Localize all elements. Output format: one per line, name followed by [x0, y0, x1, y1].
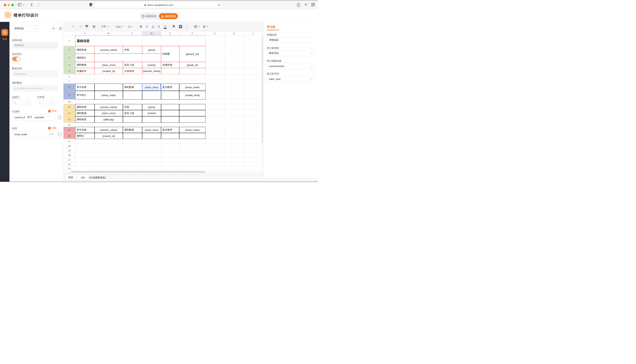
row-header-21[interactable]: 21 — [64, 158, 75, 162]
cell-F2:F3[interactable]: {picture_url} — [179, 46, 205, 62]
solid-cell-F16[interactable] — [179, 133, 205, 139]
cell-A16[interactable]: 课程ID — [75, 133, 95, 139]
stepper-up-icon[interactable]: ▲ — [50, 100, 55, 102]
cell-C5[interactable]: 主讲老师 — [123, 68, 142, 74]
font-size-dropdown[interactable]: 10 — [128, 22, 133, 31]
column-header-I[interactable]: I — [244, 31, 262, 36]
cell-F9[interactable]: {create_time} — [179, 91, 205, 100]
filter-rule-item[interactable]: course_id 等于 courseId — [12, 114, 56, 120]
tab-basic-info[interactable]: 基础信息 — [139, 12, 159, 20]
solid-cell-E16[interactable] — [161, 133, 179, 139]
back-icon[interactable] — [31, 3, 33, 6]
solid-cell-D9[interactable] — [142, 91, 161, 100]
cell-A2[interactable]: 课程名称 — [75, 46, 95, 54]
cell-F4[interactable]: {grade_id} — [179, 62, 205, 68]
copy-paragraph-button[interactable] — [58, 26, 64, 31]
column-header-F[interactable]: F — [179, 31, 205, 36]
paragraph-select[interactable]: 详情信息 — [12, 25, 39, 32]
cell-C2[interactable]: 价格 — [123, 46, 142, 54]
cell-E8[interactable]: 显示顺序 — [161, 84, 179, 91]
italic-icon[interactable]: I — [146, 22, 147, 31]
row-header-1[interactable]: 1 — [64, 36, 75, 46]
cell-D11[interactable]: {price} — [142, 104, 161, 110]
owning-paragraph-input[interactable]: 详情信息 — [267, 37, 314, 43]
row-header-20[interactable]: 20 — [64, 153, 75, 158]
row-header-14[interactable]: 14 — [64, 123, 75, 127]
row-header-22[interactable]: 22 — [64, 162, 75, 166]
solid-cell-C13[interactable] — [123, 116, 142, 123]
cell-B4[interactable]: {class_hour} — [95, 62, 123, 68]
solid-cell-E12[interactable] — [161, 110, 179, 116]
column-header-B[interactable]: B — [95, 31, 123, 36]
reload-icon[interactable]: ↻ — [218, 4, 221, 7]
solid-cell-F13[interactable] — [179, 116, 205, 123]
solid-cell-E9[interactable] — [161, 91, 179, 100]
bind-data-select[interactable]: zz_course / courseSection — [12, 85, 58, 92]
dashed-cell-F5[interactable] — [179, 68, 205, 74]
cell-F8[interactable]: {show_order} — [179, 84, 205, 91]
solid-cell-B8[interactable] — [95, 84, 123, 91]
row-header-18[interactable]: 18 — [64, 144, 75, 148]
cell-D15[interactable]: {class_hour} — [142, 127, 161, 133]
solid-cell-D16[interactable] — [142, 133, 161, 139]
stepper-down-icon[interactable]: ▼ — [50, 102, 55, 106]
start-row-stepper[interactable]: 8 ▲▼ — [12, 99, 30, 106]
privacy-shield-icon[interactable] — [89, 3, 92, 7]
data-group-select[interactable]: OrangeTest — [12, 70, 58, 77]
cell-B5[interactable]: {subject_id} — [95, 68, 123, 74]
cell-type-select[interactable]: 绑定字段 — [267, 50, 314, 56]
undo-icon[interactable] — [72, 22, 75, 31]
row-header-3[interactable]: 3 — [64, 54, 75, 62]
remove-filter-button[interactable]: − — [58, 115, 62, 119]
cell-F15[interactable]: {show_order} — [179, 127, 205, 133]
new-tab-icon[interactable] — [304, 3, 308, 6]
underline-icon[interactable]: U — [152, 22, 154, 31]
sidebar-chevron-icon[interactable] — [23, 4, 25, 6]
cell-A11[interactable]: 课程名称 — [75, 104, 95, 110]
add-sort-link[interactable]: + 添加 — [48, 126, 57, 130]
row-header-12[interactable]: 12 — [64, 110, 75, 116]
row-header-16[interactable]: 16 — [64, 133, 75, 139]
iterate-toggle[interactable] — [12, 57, 21, 61]
row-header-15[interactable]: 15 — [64, 127, 75, 133]
fill-color-icon[interactable] — [172, 22, 176, 31]
cell-B15[interactable]: {section_name} — [95, 127, 123, 133]
window-zoom-button[interactable] — [11, 4, 14, 6]
cell-A3[interactable]: 课程简介 — [75, 54, 95, 62]
window-close-button[interactable] — [4, 4, 6, 6]
row-count-input[interactable] — [78, 175, 88, 180]
dashed-cell-E5[interactable] — [161, 68, 179, 74]
cell-C8[interactable]: 课时数量 — [123, 84, 142, 91]
cell-A13[interactable]: 课程难度 — [75, 116, 95, 123]
row-header-23[interactable]: 23 — [64, 166, 75, 171]
cell-A9[interactable]: 章节简介 — [75, 91, 95, 100]
selection-fill-handle[interactable] — [160, 90, 161, 91]
solid-cell-F12[interactable] — [179, 110, 205, 116]
sheet-corner-cell[interactable] — [64, 31, 75, 36]
window-minimize-button[interactable] — [8, 4, 10, 6]
address-bar[interactable]: demo.orangeforms.com ↻ — [95, 2, 223, 8]
row-header-10[interactable]: 10 — [64, 100, 75, 104]
solid-cell-E11[interactable] — [161, 104, 179, 110]
merge-cells-icon[interactable] — [185, 22, 189, 31]
cell-D2[interactable]: {price} — [142, 46, 161, 54]
format-painter-icon[interactable] — [85, 22, 88, 31]
cell-B13[interactable]: {difficulty} — [95, 116, 123, 123]
vertical-align-dropdown[interactable] — [203, 22, 208, 31]
cell-B11[interactable]: {course_name} — [95, 104, 123, 110]
row-header-6[interactable]: 6 — [64, 74, 75, 79]
font-family-dropdown[interactable]: Arial — [116, 22, 123, 31]
solid-cell-E13[interactable] — [161, 116, 179, 123]
cell-D12[interactable]: {online} — [142, 110, 161, 116]
cell-A8[interactable]: 章节名称 — [75, 84, 95, 91]
cell-D5[interactable]: {teacher_name} — [142, 68, 161, 74]
cell-E2:E3[interactable]: 封面图 — [161, 46, 179, 62]
column-header-G[interactable]: G — [205, 31, 225, 36]
sidebar-toggle-icon[interactable] — [18, 3, 22, 6]
solid-cell-F11[interactable] — [179, 104, 205, 110]
row-header-17[interactable]: 17 — [64, 139, 75, 144]
row-header-9[interactable]: 9 — [64, 91, 75, 100]
stepper-down-icon[interactable]: ▼ — [25, 102, 30, 106]
solid-cell-D13[interactable] — [142, 116, 161, 123]
solid-cell-C16[interactable] — [123, 133, 142, 139]
